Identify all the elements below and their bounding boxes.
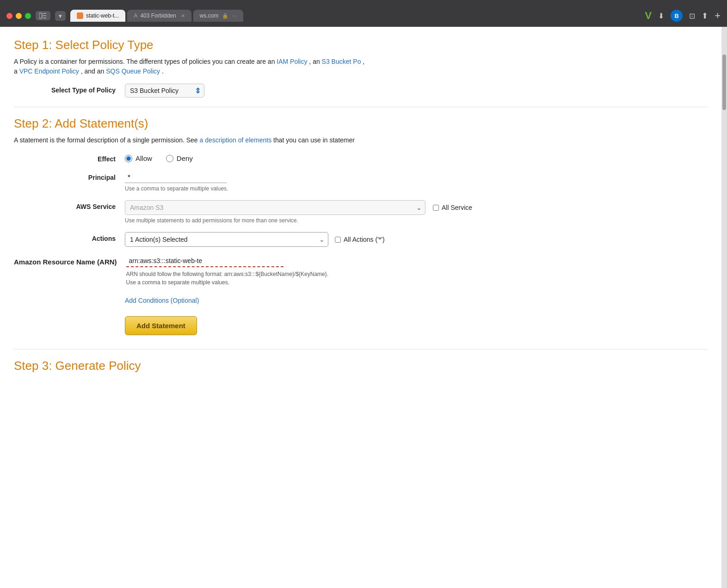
service-select-wrapper: Amazon S3 Amazon EC2 Amazon Lambda ⌄ [125,200,425,215]
tab-label-403: 403 Forbidden [140,12,176,19]
tab-label: static-web-t... [86,12,119,19]
policy-type-control: IAM Policy S3 Bucket Policy VPC Endpoint… [125,84,708,98]
aws-service-control: Amazon S3 Amazon EC2 Amazon Lambda ⌄ All… [125,200,708,224]
actions-label: Actions [14,232,116,242]
step1-desc-text1: A Policy is a container for permissions.… [14,58,277,65]
arn-label: Amazon Resource Name (ARN) [14,255,117,266]
policy-type-select[interactable]: IAM Policy S3 Bucket Policy VPC Endpoint… [125,84,204,98]
step1-desc-text6: . [162,67,164,75]
profile-b-button[interactable]: B [671,10,683,22]
actions-control: 1 Action(s) Selected All Actions ('*') ⌄… [125,232,708,247]
step1-desc-text5: , and an [81,67,106,75]
actions-row-inner: 1 Action(s) Selected All Actions ('*') ⌄… [125,232,708,247]
deny-option[interactable]: Deny [166,154,193,162]
close-button-tl[interactable] [6,13,12,19]
allow-option[interactable]: Allow [125,154,152,162]
allow-label: Allow [136,154,152,162]
step2-description: A statement is the formal description of… [14,135,708,145]
s3-bucket-policy-link[interactable]: S3 Bucket Po [322,58,361,65]
deny-label: Deny [177,154,193,162]
all-actions-checkbox-label[interactable]: All Actions ('*') [335,236,385,243]
actions-row: Actions 1 Action(s) Selected All Actions… [14,232,708,247]
tab-letter-a: A [134,12,137,19]
policy-type-label: Select Type of Policy [14,84,116,94]
arn-row: Amazon Resource Name (ARN) ARN should fo… [14,255,708,287]
arn-input[interactable] [126,255,283,267]
maximize-button-tl[interactable] [25,13,31,19]
add-conditions-link[interactable]: Add Conditions (Optional) [125,297,199,304]
aws-service-row: AWS Service Amazon S3 Amazon EC2 Amazon … [14,200,708,224]
policy-type-select-wrapper: IAM Policy S3 Bucket Policy VPC Endpoint… [125,84,204,98]
step1-desc-text4: a [14,67,19,75]
window-icon-button[interactable]: ⊡ [689,12,695,20]
description-elements-link[interactable]: a description of elements [200,136,272,144]
effect-label: Effect [14,153,116,163]
tab-label-ws: ws.com [200,12,219,19]
principal-row: Principal Use a comma to separate multip… [14,171,708,192]
all-actions-label: All Actions ('*') [344,236,385,243]
step1-title: Step 1: Select Policy Type [14,38,708,52]
vim-icon-button[interactable]: V [645,10,652,22]
sqs-queue-policy-link[interactable]: SQS Queue Policy [106,67,160,75]
new-tab-button[interactable]: + [715,10,721,22]
policy-type-row: Select Type of Policy IAM Policy S3 Buck… [14,84,708,98]
ellipsis-icon: ··· [232,12,237,19]
arn-hint-text2: Use a comma to separate multiple values. [126,279,229,286]
page-content: Step 1: Select Policy Type A Policy is a… [0,27,721,588]
service-row-inner: Amazon S3 Amazon EC2 Amazon Lambda ⌄ All… [125,200,708,215]
arn-hint-text1: ARN should follow the following format: … [126,271,329,277]
tab-static-web[interactable]: static-web-t... [70,10,125,22]
browser-actions: V ⬇ B ⊡ ⬆ + [645,10,721,22]
tab-403-forbidden[interactable]: A 403 Forbidden ✕ [127,10,191,22]
tab-ws[interactable]: ws.com 🔒 ··· [193,10,244,22]
principal-hint: Use a comma to separate multiple values. [125,185,708,192]
tab-dropdown-button[interactable]: ▾ [55,11,66,21]
step-separator [14,107,708,107]
scrollbar[interactable] [721,27,727,588]
aws-service-label: AWS Service [14,200,116,210]
all-services-checkbox[interactable] [433,205,439,211]
actions-select-wrapper: 1 Action(s) Selected All Actions ('*') ⌄ [125,232,328,247]
tab-close-icon[interactable]: ✕ [181,13,185,19]
add-statement-section: Add Statement [125,312,708,335]
allow-radio[interactable] [125,155,132,162]
minimize-button-tl[interactable] [16,13,22,19]
principal-label: Principal [14,171,116,181]
all-actions-checkbox[interactable] [335,237,341,243]
actions-select[interactable]: 1 Action(s) Selected All Actions ('*') [125,232,328,247]
lock-icon: 🔒 [222,13,228,19]
scrollbar-thumb[interactable] [722,55,726,110]
principal-input[interactable] [125,171,227,183]
svg-rect-0 [39,13,42,18]
effect-control: Allow Deny [125,153,708,162]
principal-control: Use a comma to separate multiple values. [125,171,708,192]
browser-chrome: ▾ static-web-t... A 403 Forbidden ✕ ws.c… [0,0,727,27]
arn-control: ARN should follow the following format: … [126,255,708,287]
iam-policy-link[interactable]: IAM Policy [277,58,307,65]
sidebar-toggle-button[interactable] [36,11,50,20]
step3-separator [14,349,708,349]
page-wrapper: Step 1: Select Policy Type A Policy is a… [0,27,727,588]
step2-desc-text2: that you can use in statemer [273,136,355,144]
add-statement-button[interactable]: Add Statement [125,316,197,335]
arn-hint: ARN should follow the following format: … [126,270,708,287]
download-icon-button[interactable]: ⬇ [658,12,664,20]
aws-service-select[interactable]: Amazon S3 Amazon EC2 Amazon Lambda [125,200,425,215]
step1-form: Select Type of Policy IAM Policy S3 Buck… [14,84,708,98]
step1-description: A Policy is a container for permissions.… [14,57,708,76]
all-services-checkbox-label[interactable]: All Service [433,204,472,211]
aws-service-hint: Use multiple statements to add permissio… [125,217,708,224]
step1-desc-text3: , [363,58,364,65]
add-conditions-section: Add Conditions (Optional) [125,295,708,304]
step2-desc-text1: A statement is the formal description of… [14,136,200,144]
tab-bar: static-web-t... A 403 Forbidden ✕ ws.com… [70,10,640,22]
traffic-lights [6,13,31,19]
all-services-label: All Service [442,204,472,211]
step3-title: Step 3: Generate Policy [14,359,708,373]
step1-desc-text2: , an [309,58,321,65]
step2-title: Step 2: Add Statement(s) [14,116,708,131]
deny-radio[interactable] [166,155,173,162]
share-icon-button[interactable]: ⬆ [702,11,708,21]
vpc-endpoint-policy-link[interactable]: VPC Endpoint Policy [19,67,79,75]
effect-row: Effect Allow Deny [14,153,708,163]
